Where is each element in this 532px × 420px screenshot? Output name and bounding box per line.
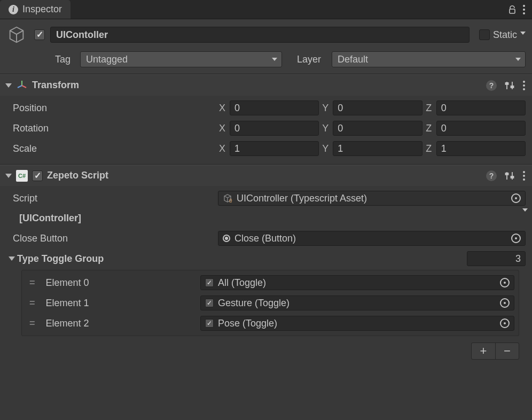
zepeto-component: C# Zepeto Script ? Script {} UIControlle… bbox=[0, 165, 532, 370]
array-element-1: = Element 1 Gesture (Toggle) bbox=[22, 293, 519, 313]
toggle-icon bbox=[205, 278, 214, 287]
chevron-down-icon bbox=[515, 58, 521, 61]
kebab-icon[interactable] bbox=[522, 170, 526, 181]
tab-label: Inspector bbox=[22, 4, 62, 15]
chevron-down-icon bbox=[272, 58, 277, 61]
svg-point-20 bbox=[523, 178, 525, 181]
layer-label: Layer bbox=[287, 54, 326, 65]
help-icon[interactable]: ? bbox=[486, 170, 497, 181]
help-icon[interactable]: ? bbox=[486, 80, 497, 91]
object-picker-icon[interactable] bbox=[500, 298, 510, 308]
remove-element-button[interactable]: − bbox=[495, 343, 519, 359]
toggle-group-array: = Element 0 All (Toggle) = Element 1 Ges… bbox=[21, 270, 519, 336]
array-element-2: = Element 2 Pose (Toggle) bbox=[22, 313, 519, 333]
svg-text:{}: {} bbox=[229, 198, 232, 203]
tag-label: Tag bbox=[45, 54, 75, 65]
svg-point-11 bbox=[523, 81, 525, 83]
script-row: Script {} UIController (Typescript Asset… bbox=[6, 188, 526, 208]
gameobject-name-input[interactable]: UIContoller bbox=[50, 27, 470, 43]
toggle-group-row: Type Toggle Group 3 bbox=[6, 248, 526, 269]
drag-handle-icon[interactable]: = bbox=[29, 277, 36, 289]
toggle-icon bbox=[205, 299, 214, 307]
transform-header[interactable]: Transform ? bbox=[0, 74, 532, 96]
svg-point-12 bbox=[523, 84, 525, 87]
drag-handle-icon[interactable]: = bbox=[29, 298, 36, 309]
svg-rect-0 bbox=[510, 9, 515, 13]
tab-tools bbox=[501, 0, 532, 19]
preset-icon[interactable] bbox=[504, 81, 515, 90]
static-label: Static bbox=[493, 29, 517, 41]
uicontroller-section: [UIController] bbox=[6, 208, 526, 228]
toggle-icon bbox=[205, 319, 214, 328]
transform-title: Transform bbox=[32, 80, 482, 91]
info-icon: i bbox=[9, 5, 18, 14]
foldout-icon[interactable] bbox=[5, 83, 12, 88]
active-checkbox[interactable] bbox=[34, 29, 45, 40]
position-row: Position X0 Y0 Z0 bbox=[6, 98, 526, 118]
radio-icon bbox=[223, 235, 230, 242]
gameobject-icon-dropdown[interactable] bbox=[522, 208, 528, 212]
drag-handle-icon[interactable]: = bbox=[29, 318, 36, 329]
svg-point-19 bbox=[523, 175, 525, 177]
array-element-0: = Element 0 All (Toggle) bbox=[22, 273, 519, 293]
scale-x-input[interactable]: 1 bbox=[230, 141, 319, 156]
rotation-x-input[interactable]: 0 bbox=[230, 121, 319, 136]
zepeto-body: Script {} UIController (Typescript Asset… bbox=[0, 186, 532, 370]
component-enabled-checkbox[interactable] bbox=[32, 170, 43, 181]
lock-icon[interactable] bbox=[507, 5, 517, 14]
transform-icon bbox=[16, 80, 28, 91]
position-y-input[interactable]: 0 bbox=[333, 100, 422, 115]
close-button-row: Close Button Close (Button) bbox=[6, 228, 526, 248]
close-button-field[interactable]: Close (Button) bbox=[218, 231, 526, 246]
position-z-input[interactable]: 0 bbox=[436, 100, 526, 115]
typescript-asset-icon: {} bbox=[223, 193, 232, 203]
foldout-icon[interactable] bbox=[5, 174, 12, 178]
tab-bar: i Inspector bbox=[0, 0, 532, 19]
svg-line-6 bbox=[18, 85, 22, 88]
object-picker-icon[interactable] bbox=[500, 278, 510, 287]
svg-point-1 bbox=[523, 5, 525, 7]
tag-dropdown[interactable]: Untagged bbox=[80, 51, 282, 67]
element-1-field[interactable]: Gesture (Toggle) bbox=[200, 295, 514, 310]
svg-point-3 bbox=[523, 12, 525, 14]
static-checkbox[interactable] bbox=[479, 29, 490, 40]
static-dropdown-icon[interactable] bbox=[520, 32, 526, 35]
array-footer: + − bbox=[6, 339, 526, 365]
svg-point-2 bbox=[523, 9, 525, 11]
object-picker-icon[interactable] bbox=[511, 193, 521, 203]
script-icon: C# bbox=[16, 170, 28, 182]
svg-rect-10 bbox=[511, 86, 514, 88]
scale-row: Scale X1 Y1 Z1 bbox=[6, 138, 526, 159]
kebab-icon[interactable] bbox=[522, 4, 526, 15]
gameobject-header: UIContoller Static Tag Untagged Layer De… bbox=[0, 19, 532, 74]
svg-point-13 bbox=[523, 88, 525, 90]
preset-icon[interactable] bbox=[504, 171, 515, 181]
scale-y-input[interactable]: 1 bbox=[333, 141, 422, 156]
kebab-icon[interactable] bbox=[522, 80, 526, 91]
rotation-row: Rotation X0 Y0 Z0 bbox=[6, 118, 526, 138]
svg-line-5 bbox=[22, 85, 26, 88]
position-x-input[interactable]: 0 bbox=[230, 100, 319, 115]
array-size-input[interactable]: 3 bbox=[467, 251, 526, 266]
foldout-icon[interactable] bbox=[9, 256, 15, 261]
tab-inspector[interactable]: i Inspector bbox=[0, 0, 71, 19]
zepeto-title: Zepeto Script bbox=[47, 170, 482, 181]
element-2-field[interactable]: Pose (Toggle) bbox=[200, 316, 514, 331]
element-0-field[interactable]: All (Toggle) bbox=[200, 275, 514, 290]
gameobject-icon[interactable] bbox=[6, 25, 27, 45]
scale-z-input[interactable]: 1 bbox=[436, 141, 526, 156]
svg-point-18 bbox=[523, 171, 525, 173]
svg-rect-17 bbox=[511, 176, 514, 178]
layer-dropdown[interactable]: Default bbox=[332, 51, 526, 67]
object-picker-icon[interactable] bbox=[511, 234, 521, 243]
transform-body: Position X0 Y0 Z0 Rotation X0 Y0 Z0 Scal… bbox=[0, 96, 532, 164]
svg-rect-16 bbox=[506, 173, 508, 175]
svg-rect-9 bbox=[506, 83, 508, 84]
rotation-y-input[interactable]: 0 bbox=[333, 121, 422, 136]
script-object-field[interactable]: {} UIController (Typescript Asset) bbox=[218, 191, 526, 206]
add-element-button[interactable]: + bbox=[472, 343, 495, 359]
object-picker-icon[interactable] bbox=[500, 318, 510, 328]
transform-component: Transform ? Position X0 Y0 Z0 Rotation X… bbox=[0, 74, 532, 165]
zepeto-header[interactable]: C# Zepeto Script ? bbox=[0, 165, 532, 186]
rotation-z-input[interactable]: 0 bbox=[436, 121, 526, 136]
